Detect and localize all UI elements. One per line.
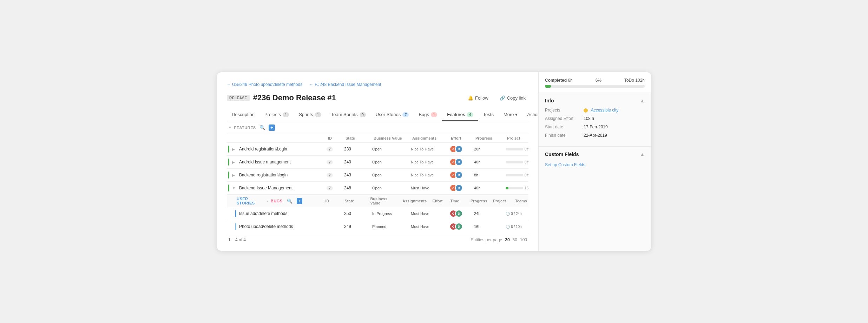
- copy-label: Copy link: [507, 95, 526, 101]
- per-page-50[interactable]: 50: [513, 237, 517, 242]
- left-bar: [228, 184, 229, 191]
- feature-business-value: Nice To Have: [411, 160, 449, 164]
- tab-features-label: Features: [447, 112, 465, 117]
- features-label: ▼ FEATURES 🔍 +: [228, 124, 275, 131]
- expand-icon[interactable]: ▶: [232, 160, 237, 164]
- progress-pct: 15%: [525, 186, 528, 190]
- follow-button[interactable]: 🔔 Follow: [465, 94, 491, 102]
- tab-features[interactable]: Features 4: [442, 109, 478, 121]
- info-projects-label: Projects: [545, 108, 584, 113]
- sub-item-name: Issue add\delete methods: [228, 210, 327, 217]
- avatar: B: [455, 171, 463, 179]
- custom-fields-collapse-button[interactable]: ▲: [640, 152, 645, 157]
- sub-search-button[interactable]: 🔍: [285, 198, 294, 204]
- tab-actions[interactable]: Actions ▾: [522, 109, 539, 121]
- sub-item-time: 🕐 6 / 10h: [506, 225, 528, 229]
- features-search-button[interactable]: 🔍: [258, 124, 267, 131]
- sub-item-assignments: C D: [449, 223, 474, 230]
- sub-item-effort: 16h: [474, 224, 506, 229]
- tab-description[interactable]: Description: [227, 109, 259, 121]
- breadcrumb-link-2[interactable]: ← F#248 Backend Issue Management: [309, 82, 381, 87]
- right-panel: Completed 6h 6% ToDo 102h Info ▲ Project…: [539, 72, 651, 251]
- feature-business-value: Nice To Have: [411, 147, 449, 151]
- expand-icon[interactable]: ▶: [232, 173, 237, 177]
- feature-state: Open: [372, 160, 411, 164]
- tab-sprints-badge: 1: [315, 112, 321, 117]
- release-title: #236 Demo Release #1: [253, 93, 336, 102]
- per-page-options: Entities per page 20 50 100: [471, 237, 527, 242]
- sub-add-button[interactable]: +: [297, 198, 302, 204]
- progress-percent: 6%: [596, 78, 601, 83]
- sub-item-title: Photo upoad\delete methods: [239, 224, 293, 229]
- breadcrumb-label-2: F#248 Backend Issue Management: [315, 82, 381, 87]
- tab-more[interactable]: More ▾: [499, 109, 522, 121]
- project-dot-icon: [584, 108, 588, 113]
- chevron-down-icon: ▾: [515, 112, 518, 117]
- feature-state: Open: [372, 186, 411, 190]
- tab-actions-label: Actions: [527, 112, 539, 117]
- collapse-icon[interactable]: ▼: [228, 126, 232, 129]
- tab-projects-label: Projects: [264, 112, 281, 117]
- sub-item-title: Issue add\delete methods: [239, 211, 287, 216]
- col-state: State: [344, 136, 372, 140]
- expand-icon[interactable]: ▶: [232, 147, 237, 151]
- tab-bugs[interactable]: Bugs 1: [414, 109, 442, 121]
- col-progress: Progress: [474, 136, 506, 140]
- feature-assignments: A B: [449, 184, 474, 192]
- copy-link-button[interactable]: 🔗 Copy link: [497, 94, 528, 102]
- tab-sprints[interactable]: Sprints 1: [294, 109, 326, 121]
- avatar: B: [455, 145, 463, 153]
- set-up-custom-fields-link[interactable]: Set up Custom Fields: [545, 162, 585, 167]
- feature-id: 243: [344, 173, 372, 177]
- tab-tests-label: Tests: [483, 112, 494, 117]
- feature-effort: 8h: [474, 173, 506, 177]
- release-name: Demo Release #1: [272, 93, 336, 102]
- per-page-20[interactable]: 20: [505, 237, 509, 242]
- clock-icon: 🕐: [506, 212, 510, 216]
- tab-team-sprints[interactable]: Team Sprints 0: [326, 109, 371, 121]
- feature-count: 2: [327, 160, 344, 164]
- avatar: B: [455, 184, 463, 192]
- info-collapse-button[interactable]: ▲: [640, 98, 645, 103]
- sub-item-effort: 24h: [474, 211, 506, 216]
- table-row: ▶ Backend registration\login 2 243 Open …: [227, 169, 528, 182]
- info-start-label: Start date: [545, 125, 584, 129]
- table-row: ▶ Android Issue management 2 240 Open Ni…: [227, 156, 528, 169]
- left-panel: ← US#249 Photo upoad\delete methods ← F#…: [217, 72, 539, 251]
- info-start-value: 17-Feb-2019: [584, 125, 608, 129]
- feature-name: ▶ Android registration\Login: [228, 146, 327, 153]
- feature-business-value: Nice To Have: [411, 173, 449, 177]
- col-name: [228, 136, 327, 140]
- tab-user-stories[interactable]: User Stories 7: [371, 109, 414, 121]
- per-page-100[interactable]: 100: [520, 237, 527, 242]
- info-title: Info: [545, 98, 554, 103]
- tab-bugs-badge: 1: [431, 112, 437, 117]
- feature-count: 2: [327, 173, 344, 177]
- main-progress-bar: [545, 85, 645, 88]
- avatar: D: [455, 210, 463, 217]
- sub-bar: [235, 223, 236, 230]
- projects-link[interactable]: Accessible city: [591, 108, 619, 113]
- left-bar: [228, 171, 229, 179]
- todo-stat: ToDo 102h: [624, 78, 645, 83]
- features-add-button[interactable]: +: [269, 125, 275, 131]
- feature-progress: 0%: [506, 160, 528, 164]
- todo-value: 102h: [635, 78, 645, 83]
- sub-item-state: Planned: [372, 224, 411, 229]
- feature-id: 248: [344, 186, 372, 190]
- feature-title: Android registration\Login: [239, 147, 287, 152]
- info-effort-row: Assigned Effort 108 h: [545, 116, 645, 121]
- tab-tests[interactable]: Tests: [478, 109, 499, 121]
- expand-icon[interactable]: ▼: [232, 186, 237, 190]
- feature-assignments: A B: [449, 171, 474, 179]
- tab-projects[interactable]: Projects 1: [259, 109, 294, 121]
- per-page-label: Entities per page: [471, 237, 502, 242]
- breadcrumb: ← US#249 Photo upoad\delete methods ← F#…: [227, 82, 528, 87]
- tab-features-badge: 4: [467, 112, 473, 117]
- breadcrumb-link-1[interactable]: ← US#249 Photo upoad\delete methods: [227, 82, 302, 87]
- feature-id: 239: [344, 147, 372, 152]
- feature-count: 2: [327, 186, 344, 190]
- feature-effort: 40h: [474, 186, 506, 190]
- features-section-title: FEATURES: [234, 126, 256, 130]
- link-icon: 🔗: [500, 95, 505, 101]
